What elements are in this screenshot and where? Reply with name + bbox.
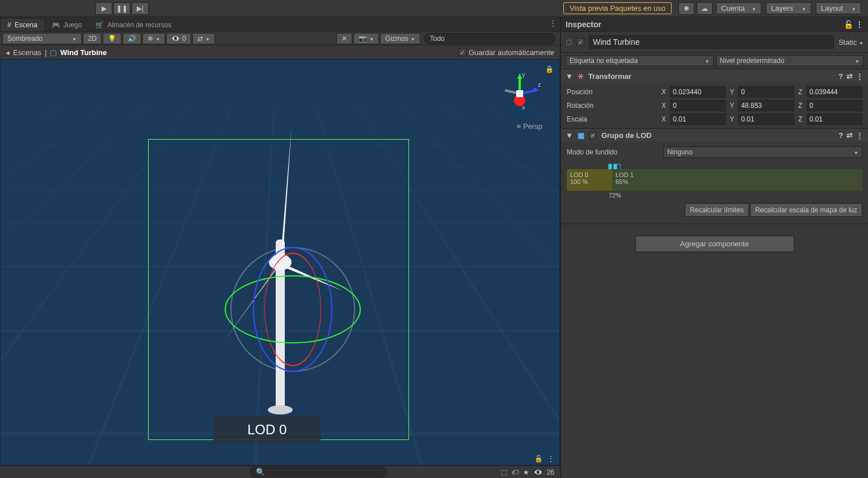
play-button[interactable]: ▶ [95, 2, 112, 15]
project-footer: 🔓 ⋮ ⬚ 🏷 ★ 👁‍🗨 26 [0, 466, 560, 478]
layer-dropdown[interactable]: Nivel predeterminado [716, 55, 864, 66]
scale-label: Escala [567, 115, 658, 123]
lighting-icon[interactable]: ✺ [679, 2, 694, 15]
account-label: Cuenta [721, 4, 745, 12]
2d-toggle[interactable]: 2D [83, 33, 102, 44]
layout-dropdown[interactable]: Layout [816, 2, 861, 14]
scene-audio-toggle[interactable]: 🔊 [123, 33, 141, 44]
preset-icon[interactable]: ⇄ [846, 72, 853, 81]
lod-title: Grupo de LOD [601, 131, 652, 140]
scale-x-input[interactable] [670, 114, 726, 125]
rotation-y-input[interactable] [738, 100, 794, 111]
lod1-segment[interactable]: LOD 1 65% [612, 169, 862, 191]
autosave-checkbox[interactable]: ✓ [458, 48, 466, 56]
help-icon[interactable]: ? [838, 131, 843, 140]
transform-icon: ⚹ [578, 72, 584, 81]
position-y-input[interactable] [738, 86, 794, 98]
add-component-button[interactable]: Agregar componente [635, 236, 794, 252]
object-name-input[interactable] [589, 35, 834, 49]
hidden-count-toolbar: 0 [182, 35, 186, 43]
rotation-x-input[interactable] [670, 100, 726, 111]
account-dropdown[interactable]: Cuenta [716, 2, 761, 14]
footer-star-icon[interactable]: ★ [523, 468, 529, 476]
tag-layer-row: Etiqueta no etiquetada Nivel predetermin… [561, 53, 868, 69]
footer-tag-icon[interactable]: 🏷 [512, 468, 519, 476]
cart-icon: 🛒 [95, 21, 104, 29]
shading-mode-dropdown[interactable]: Sombreado [2, 33, 82, 44]
scene-visibility-toggle[interactable]: 👁‍🗨 0 [166, 33, 191, 44]
transform-component: ▼ ⚹ Transformar ? ⇄ ⋮ Posición X Y Z Rot… [561, 69, 868, 129]
viewport-lock-icon[interactable]: 🔒 [545, 65, 554, 73]
svg-text:x: x [522, 104, 525, 111]
lod-header[interactable]: ▼ ▦ ✓ Grupo de LOD ? ⇄ ⋮ [561, 129, 868, 142]
foldout-icon[interactable]: ▼ [566, 131, 573, 140]
scale-y-input[interactable] [738, 114, 794, 125]
tag-dropdown[interactable]: Etiqueta no etiquetada [566, 55, 714, 66]
object-active-checkbox[interactable]: ✓ [576, 38, 584, 46]
cube-icon: ▢ [50, 48, 57, 57]
gamepad-icon: 🎮 [52, 21, 60, 29]
svg-marker-7 [533, 87, 539, 93]
scale-z-input[interactable] [807, 114, 862, 125]
position-z-input[interactable] [807, 86, 862, 98]
inspector-more-icon[interactable]: ⋮ [856, 20, 863, 29]
lod-icon: ▦ [578, 131, 584, 140]
scene-search-input[interactable] [424, 33, 555, 44]
help-icon[interactable]: ? [838, 72, 843, 81]
breadcrumb-object[interactable]: Wind Turbine [60, 48, 107, 57]
static-dropdown[interactable]: Static [838, 38, 863, 47]
tab-more-icon[interactable]: ⋮ [550, 19, 557, 27]
lod-camera-percent: 72% [609, 192, 862, 199]
breadcrumb-scenes[interactable]: Escenas [13, 48, 41, 57]
tab-game[interactable]: 🎮Juego [45, 19, 89, 31]
recalculate-bounds-button[interactable]: Recalcular límites [685, 203, 749, 217]
position-x-input[interactable] [670, 86, 726, 98]
scene-viewport[interactable]: LOD 0 y z x ≡ Persp 🔒 [0, 59, 560, 466]
gizmos-dropdown[interactable]: Gizmos [380, 33, 420, 44]
footer-hierarchy-icon[interactable]: ⬚ [501, 468, 507, 476]
footer-lock-icon[interactable]: 🔓 [534, 455, 543, 463]
rotation-z-input[interactable] [807, 100, 862, 111]
scene-camera-icon-dropdown[interactable]: 📷 [353, 33, 379, 44]
breadcrumb-bar: ◂ Escenas | ▢ Wind Turbine ✓ Guardar aut… [0, 45, 560, 59]
component-more-icon[interactable]: ⋮ [856, 72, 863, 81]
footer-hidden-icon[interactable]: 👁‍🗨 [534, 468, 542, 476]
scene-tools-icon[interactable]: ✕ [336, 33, 352, 44]
back-icon[interactable]: ◂ [6, 48, 10, 57]
recalculate-lightmap-button[interactable]: Recalcular escala de mapa de luz [750, 203, 862, 217]
step-button[interactable]: ▶| [132, 2, 149, 15]
autosave-label: Guardar automáticamente [469, 48, 554, 57]
rotation-gizmo-z[interactable] [253, 247, 332, 372]
svg-rect-12 [516, 90, 523, 97]
layers-dropdown[interactable]: Layers [766, 2, 811, 14]
projection-label[interactable]: ≡ Persp [517, 122, 542, 131]
pause-button[interactable]: ❚❚ [113, 2, 130, 15]
orientation-gizmo[interactable]: y z x [497, 71, 542, 116]
footer-more-icon[interactable]: ⋮ [547, 455, 554, 463]
inspector-title: Inspector [566, 20, 601, 29]
shading-label: Sombreado [7, 35, 43, 43]
lod-bar[interactable]: LOD 0 100 % LOD 1 65% [567, 169, 862, 191]
scene-fx-dropdown[interactable]: ❄ [142, 33, 165, 44]
svg-point-1 [268, 405, 293, 414]
scene-camera-dropdown[interactable]: ⇄ [192, 33, 215, 44]
scene-lighting-toggle[interactable]: 💡 [103, 33, 121, 44]
fade-mode-dropdown[interactable]: Ninguno [663, 146, 862, 158]
lod1-pct: 65% [616, 178, 859, 185]
svg-marker-4 [517, 73, 522, 79]
footer-search-input[interactable] [250, 467, 387, 477]
lod-enabled-checkbox[interactable]: ✓ [589, 132, 597, 140]
tab-asset-store[interactable]: 🛒Almacén de recursos [89, 19, 178, 31]
preview-packages-badge[interactable]: Vista previa Paquetes en uso [563, 2, 672, 14]
cloud-icon[interactable]: ☁ [697, 2, 713, 15]
preset-icon[interactable]: ⇄ [846, 131, 853, 140]
z-label: Z [797, 88, 804, 96]
tab-scene[interactable]: #Escena [0, 18, 45, 31]
inspector-lock-icon[interactable]: 🔓 [844, 20, 853, 29]
transform-header[interactable]: ▼ ⚹ Transformar ? ⇄ ⋮ [561, 69, 868, 83]
component-more-icon[interactable]: ⋮ [856, 131, 863, 140]
foldout-icon[interactable]: ▼ [566, 72, 573, 81]
scene-panel: #Escena 🎮Juego 🛒Almacén de recursos ⋮ So… [0, 17, 560, 478]
svg-text:z: z [538, 81, 541, 88]
lod0-segment[interactable]: LOD 0 100 % [567, 169, 612, 191]
